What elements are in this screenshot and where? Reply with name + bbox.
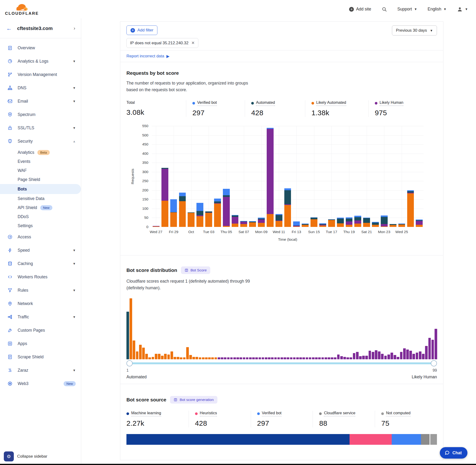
histogram-bar[interactable]: [406, 349, 409, 359]
histogram-bar[interactable]: [218, 357, 220, 359]
histogram-bar[interactable]: [312, 357, 315, 359]
histogram-bar[interactable]: [296, 357, 299, 359]
histogram-bar[interactable]: [293, 357, 296, 359]
stacked-bar[interactable]: [188, 212, 195, 227]
histogram-bar[interactable]: [233, 357, 236, 359]
stacked-bar[interactable]: [196, 203, 203, 227]
stacked-bar[interactable]: [214, 199, 221, 227]
stacked-bar[interactable]: [337, 218, 344, 227]
histogram-bar[interactable]: [252, 357, 255, 359]
slider-handle-max[interactable]: [431, 360, 437, 366]
source-segment-cloudflare-service[interactable]: [421, 434, 430, 445]
gear-icon[interactable]: ⚙: [4, 451, 14, 461]
histogram-bar[interactable]: [331, 357, 333, 359]
stacked-bar[interactable]: [249, 221, 256, 227]
histogram-bar[interactable]: [186, 347, 189, 359]
histogram-bar[interactable]: [290, 357, 293, 359]
histogram-bar[interactable]: [211, 357, 214, 359]
histogram-bar[interactable]: [167, 355, 170, 359]
add-filter-button[interactable]: + Add filter: [127, 25, 157, 35]
sidebar-item-custom-pages[interactable]: Custom Pages: [0, 324, 81, 337]
stacked-bar[interactable]: [372, 222, 379, 227]
histogram-bar[interactable]: [328, 357, 330, 359]
histogram-bar[interactable]: [133, 340, 135, 359]
histogram-bar[interactable]: [365, 356, 368, 359]
histogram-bar[interactable]: [334, 357, 337, 359]
stacked-bar[interactable]: [267, 128, 274, 227]
histogram-bar[interactable]: [195, 357, 198, 359]
stacked-bar[interactable]: [179, 193, 186, 227]
histogram-bar[interactable]: [246, 357, 249, 359]
time-range-dropdown[interactable]: Previous 30 days ▼: [392, 25, 437, 35]
stacked-bar[interactable]: [363, 218, 370, 227]
stacked-bar[interactable]: [381, 215, 388, 227]
sidebar-item-network[interactable]: Network: [0, 297, 81, 310]
stacked-bar[interactable]: [354, 216, 361, 227]
histogram-bar[interactable]: [391, 353, 393, 359]
histogram-bar[interactable]: [384, 356, 387, 359]
histogram-bar[interactable]: [394, 355, 396, 359]
histogram-bar[interactable]: [214, 357, 217, 359]
histogram-bar[interactable]: [400, 352, 403, 359]
slider-handle-min[interactable]: [127, 360, 133, 366]
histogram-bar[interactable]: [268, 357, 271, 359]
histogram-bar[interactable]: [155, 354, 157, 359]
histogram-bar[interactable]: [205, 357, 208, 359]
histogram-bar[interactable]: [325, 357, 327, 359]
histogram-bar[interactable]: [287, 357, 289, 359]
sidebar-item-apps[interactable]: Apps: [0, 337, 81, 350]
histogram-bar[interactable]: [164, 354, 167, 359]
stacked-bar[interactable]: [258, 218, 265, 227]
histogram-bar[interactable]: [183, 357, 186, 359]
source-segment-verified-bot[interactable]: [392, 434, 421, 445]
histogram-bar[interactable]: [262, 357, 264, 359]
histogram-bar[interactable]: [337, 355, 340, 359]
histogram-bar[interactable]: [321, 357, 324, 359]
sidebar-subitem-settings[interactable]: Settings: [0, 221, 81, 230]
sidebar-subitem-ddos[interactable]: DDoS: [0, 212, 81, 221]
histogram-bar[interactable]: [236, 357, 239, 359]
bot-score-badge[interactable]: Bot Score: [181, 266, 210, 274]
stacked-bar[interactable]: [284, 188, 291, 227]
histogram-bar[interactable]: [349, 357, 352, 359]
histogram-bar[interactable]: [145, 354, 148, 359]
histogram-bar[interactable]: [409, 351, 412, 359]
histogram-bar[interactable]: [428, 338, 431, 359]
histogram-bar[interactable]: [255, 357, 258, 359]
histogram-bar[interactable]: [318, 357, 321, 359]
sidebar-subitem-bots[interactable]: Bots: [0, 184, 81, 194]
stacked-bar[interactable]: [319, 223, 326, 227]
account-menu[interactable]: ▼: [457, 6, 468, 12]
stacked-bar[interactable]: [153, 226, 159, 227]
histogram-bar[interactable]: [375, 350, 377, 359]
sidebar-item-spectrum[interactable]: Spectrum: [0, 108, 81, 121]
histogram-bar[interactable]: [425, 346, 428, 359]
stacked-bar[interactable]: [205, 211, 212, 227]
histogram-bar[interactable]: [158, 354, 160, 359]
histogram-bar[interactable]: [170, 351, 173, 359]
stacked-bar[interactable]: [170, 199, 177, 227]
histogram-bar[interactable]: [174, 357, 176, 359]
histogram-bar[interactable]: [309, 357, 311, 359]
histogram-bar[interactable]: [378, 351, 381, 359]
histogram-bar[interactable]: [306, 357, 308, 359]
sidebar-item-version-management[interactable]: Version Management: [0, 68, 81, 81]
histogram-bar[interactable]: [353, 353, 356, 359]
language-menu[interactable]: English ▼: [428, 7, 446, 12]
stacked-bar[interactable]: [416, 220, 423, 227]
histogram-bar[interactable]: [136, 351, 138, 359]
stacked-bar[interactable]: [275, 214, 282, 227]
histogram-bar[interactable]: [243, 357, 245, 359]
sidebar-item-security[interactable]: Security▲: [0, 135, 81, 148]
histogram-bar[interactable]: [274, 357, 277, 359]
stacked-bar[interactable]: [293, 222, 300, 227]
sidebar-item-zaraz[interactable]: Zaraz▼: [0, 364, 81, 377]
sidebar-subitem-sensitive-data[interactable]: Sensitive Data: [0, 194, 81, 203]
sidebar-subitem-page-shield[interactable]: Page Shield: [0, 175, 81, 184]
histogram-bar[interactable]: [129, 298, 132, 359]
source-segment-heuristics[interactable]: [349, 434, 392, 445]
histogram-bar[interactable]: [362, 356, 365, 359]
stacked-bar[interactable]: [240, 221, 247, 227]
histogram-bar[interactable]: [413, 354, 415, 359]
sidebar-subitem-analytics[interactable]: AnalyticsBeta: [0, 148, 81, 157]
